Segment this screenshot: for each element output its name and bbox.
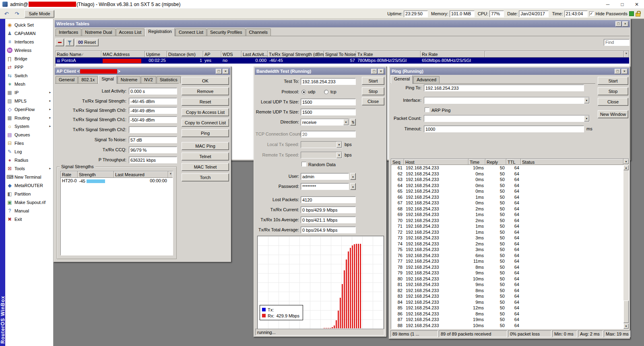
column-header-ap[interactable]: AP (203, 51, 221, 58)
bandwidth-close-button[interactable]: Close (362, 97, 384, 105)
column-header-uptime[interactable]: Uptime (145, 51, 167, 58)
ping-row[interactable]: 68192.168.254.2332ms5064 (391, 206, 623, 212)
remove-entry-button[interactable] (55, 39, 64, 46)
ping-row[interactable]: 80192.168.254.23310ms5064 (391, 276, 623, 282)
wireless-tab-nstreme-dual[interactable]: Nstreme Dual (82, 29, 115, 36)
sidebar-item-queues[interactable]: ▤Queues (5, 130, 53, 139)
mac-telnet-button[interactable]: MAC Telnet (182, 163, 229, 171)
protocol-udp-radio[interactable] (301, 90, 306, 94)
ping-row[interactable]: 71192.168.254.2331ms5064 (391, 223, 623, 229)
ss-column-rate[interactable]: Rate (61, 171, 78, 178)
test-to-input[interactable] (301, 78, 356, 85)
scroll-down-button[interactable]: ▼ (623, 323, 629, 329)
column-header-radio-name[interactable]: Radio Name∕ (56, 51, 101, 58)
timeout-input[interactable] (424, 126, 584, 132)
sidebar-item-make-supout-rif[interactable]: ▣Make Supout.rif (5, 198, 53, 206)
sidebar-item-interfaces[interactable]: ≡Interfaces (5, 37, 53, 46)
ping-column-reply-size[interactable]: Reply Size (485, 159, 506, 165)
ping-row[interactable]: 66192.168.254.2331ms5064 (391, 194, 623, 200)
ap-client-tab-nv2[interactable]: NV2 (141, 76, 156, 83)
ping-row[interactable]: 85192.168.254.23312ms5064 (391, 305, 623, 311)
sidebar-item-switch[interactable]: ⇆Switch (5, 71, 53, 80)
reset-counters-button[interactable]: 00 Reset (75, 39, 99, 46)
ok-button[interactable]: OK (182, 77, 229, 85)
ping-row[interactable]: 75192.168.254.2333ms5064 (391, 247, 623, 253)
ss-column-strength[interactable]: Strength (78, 171, 114, 178)
ss-column-last-measured[interactable]: Last Measured (114, 171, 168, 178)
wireless-tab-access-list[interactable]: Access List (116, 29, 145, 36)
ping-row[interactable]: 78192.168.254.2338ms5064 (391, 264, 623, 270)
wireless-tables-titlebar[interactable]: Wireless Tables □ × (55, 20, 630, 27)
sidebar-item-metarouter[interactable]: ◆MetaROUTER (5, 181, 53, 189)
sidebar-item-log[interactable]: ✎Log (5, 147, 53, 156)
local-udp-size-input[interactable] (301, 99, 356, 105)
sidebar-item-new-terminal[interactable]: ⌨New Terminal (5, 173, 53, 181)
column-header-wds[interactable]: WDS (221, 51, 242, 58)
ap-client-tab-nstreme[interactable]: Nstreme (118, 76, 141, 83)
ping-row[interactable]: 74192.168.254.2332ms5064 (391, 241, 623, 247)
registration-row-selected[interactable]: ▤PontoA00:02:251yesno0.000-46/-4557780Mb… (56, 58, 629, 64)
interface-select[interactable]: ▼ (424, 97, 590, 104)
wireless-close-button[interactable]: × (622, 21, 628, 27)
column-header-mac-address[interactable]: MAC Address (101, 51, 145, 58)
ping-row[interactable]: 83192.168.254.2339ms5064 (391, 293, 623, 299)
wireless-maximize-button[interactable]: □ (615, 21, 621, 27)
ping-row[interactable]: 67192.168.254.2330ms5064 (391, 200, 623, 206)
safe-mode-button[interactable]: Safe Mode (25, 10, 54, 18)
filter-button[interactable] (65, 39, 74, 46)
direction-select[interactable]: receive ▼ (301, 119, 349, 126)
remove-button[interactable]: Remove (182, 87, 229, 95)
wireless-tab-channels[interactable]: Channels (246, 29, 271, 36)
sidebar-item-ppp[interactable]: ⇄PPP (5, 63, 53, 71)
random-data-checkbox[interactable] (301, 162, 306, 167)
sidebar-item-partition[interactable]: ◧Partition (5, 189, 53, 198)
ping-row[interactable]: 64192.168.254.2330ms5064 (391, 183, 623, 189)
sidebar-item-openflow[interactable]: ◇OpenFlow► (5, 105, 53, 113)
ping-column-host[interactable]: Host (404, 159, 469, 165)
ping-row[interactable]: 73192.168.254.2333ms5064 (391, 235, 623, 241)
local-tx-speed-select[interactable]: ▼ (301, 141, 342, 148)
hide-passwords-checkbox[interactable]: ✓ (589, 11, 594, 16)
ping-to-input[interactable] (424, 84, 584, 91)
sidebar-item-radius[interactable]: ●Radius (5, 156, 53, 164)
ping-row[interactable]: 70192.168.254.2332ms5064 (391, 218, 623, 224)
column-header-tx-rate[interactable]: Tx Rate (356, 51, 421, 58)
ping-column-ttl[interactable]: TTL (506, 159, 521, 165)
column-selector-button[interactable]: ▼ (624, 51, 629, 58)
ping-titlebar[interactable]: Ping (Running) □ × (390, 68, 629, 75)
ping-row[interactable]: 87192.168.254.23319ms5064 (391, 317, 623, 323)
ap-client-tab-general[interactable]: General (56, 76, 78, 83)
redo-button[interactable]: ↷ (12, 10, 21, 18)
wireless-tab-security-profiles[interactable]: Security Profiles (207, 29, 245, 36)
wireless-tab-registration[interactable]: Registration (145, 28, 175, 36)
sidebar-item-quick-set[interactable]: ◉Quick Set (5, 21, 53, 29)
user-history-button[interactable]: ▲ (350, 173, 356, 180)
ss-column-selector-button[interactable]: ▼ (168, 171, 173, 178)
ping-row[interactable]: 84192.168.254.2339ms5064 (391, 299, 623, 305)
scrollbar-thumb[interactable] (623, 301, 629, 323)
column-header-signal-to-noise-d[interactable]: Signal To Noise (d... (324, 51, 356, 58)
ping-close-button[interactable]: Close (598, 98, 628, 106)
ping-row[interactable]: 76192.168.254.2336ms5064 (391, 253, 623, 259)
ping-row[interactable]: 69192.168.254.2331ms5064 (391, 212, 623, 218)
sidebar-item-routing[interactable]: ▩Routing► (5, 113, 53, 122)
minimize-button[interactable]: ─ (601, 0, 615, 8)
ap-client-tab-802-1x[interactable]: 802.1x (78, 76, 98, 83)
sidebar-item-files[interactable]: ⊟Files (5, 139, 53, 147)
ping-row[interactable]: 77192.168.254.23311ms5064 (391, 258, 623, 264)
sidebar-item-exit[interactable]: ✖Exit (5, 215, 53, 223)
wireless-tab-connect-list[interactable]: Connect List (175, 29, 206, 36)
sidebar-item-ip[interactable]: ▦IP► (5, 88, 53, 97)
sidebar-item-mpls[interactable]: ▧MPLS► (5, 97, 53, 105)
packet-count-select[interactable]: ▼ (424, 115, 590, 122)
ping-new-window-button[interactable]: New Window (598, 110, 628, 118)
ap-client-tab-statistics[interactable]: Statistics (157, 76, 181, 83)
ping-row[interactable]: 62192.168.254.2330ms5064 (391, 171, 623, 177)
ping-start-button[interactable]: Start (598, 77, 628, 85)
copy-to-connect-list-button[interactable]: Copy to Connect List (182, 119, 229, 127)
sidebar-item-capsman[interactable]: ♟CAPsMAN (5, 29, 53, 37)
ping-row[interactable]: 72192.168.254.2331ms5064 (391, 229, 623, 235)
telnet-button[interactable]: Telnet (182, 152, 229, 161)
ping-row[interactable]: 81192.168.254.2339ms5064 (391, 282, 623, 288)
sidebar-item-wireless[interactable]: ♒Wireless (5, 46, 53, 54)
